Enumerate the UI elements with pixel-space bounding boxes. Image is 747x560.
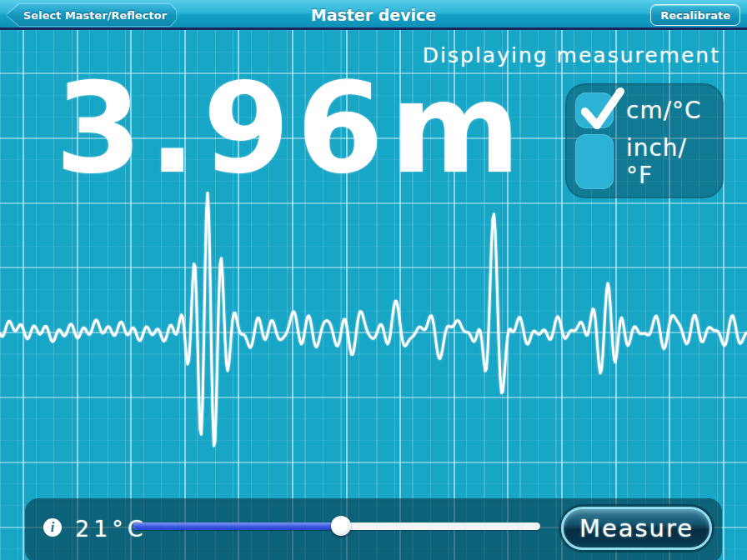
unit-option-inch[interactable]: inch/°F: [575, 134, 714, 189]
measure-button-label: Measure: [579, 514, 694, 542]
control-bar: i 21°C Measure: [25, 498, 722, 560]
unit-selector-panel: cm/°C inch/°F: [565, 83, 724, 198]
inch-checkbox[interactable]: [575, 134, 614, 189]
unit-option-label: cm/°C: [626, 97, 702, 124]
app-window: Select Master/Reflector Master device Re…: [0, 0, 747, 560]
unit-option-cm[interactable]: cm/°C: [575, 92, 714, 128]
temperature-slider[interactable]: [133, 522, 540, 530]
page-title: Master device: [0, 6, 747, 24]
info-icon[interactable]: i: [43, 518, 62, 537]
nav-bar: Select Master/Reflector Master device Re…: [0, 0, 747, 30]
recalibrate-button-label: Recalibrate: [660, 9, 730, 22]
checkmark-icon: [577, 86, 625, 134]
recalibrate-button[interactable]: Recalibrate: [650, 4, 740, 26]
unit-option-label: inch/°F: [626, 134, 714, 189]
slider-thumb[interactable]: [331, 516, 351, 536]
cm-checkbox[interactable]: [575, 92, 614, 128]
slider-fill: [133, 522, 341, 530]
measure-button[interactable]: Measure: [561, 507, 712, 550]
measurement-readout: 3.96m: [55, 63, 527, 195]
